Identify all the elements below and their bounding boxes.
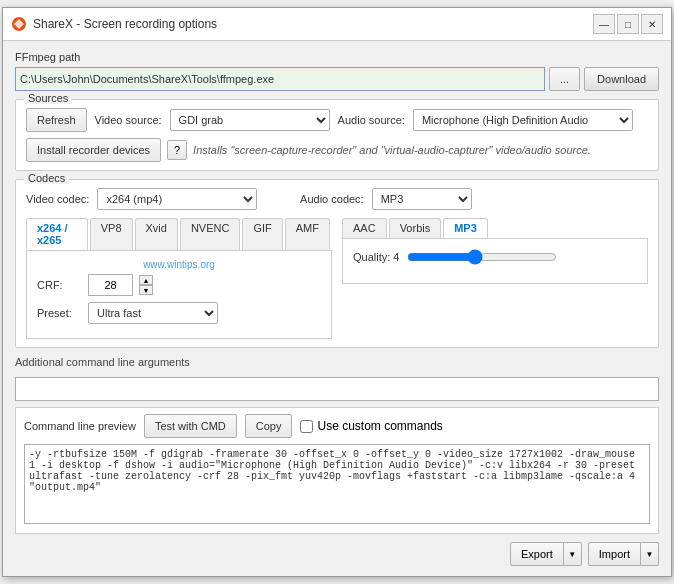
ffmpeg-path-input[interactable] <box>15 67 545 91</box>
preset-row: Preset: Ultra fast Super fast Very fast … <box>37 302 321 324</box>
import-button[interactable]: Import <box>588 542 641 566</box>
test-cmd-button[interactable]: Test with CMD <box>144 414 237 438</box>
install-info-text: Installs "screen-capture-recorder" and "… <box>193 144 591 156</box>
info-button[interactable]: ? <box>167 140 187 160</box>
ffmpeg-row: ... Download <box>15 67 659 91</box>
tab-x264[interactable]: x264 / x265 <box>26 218 88 250</box>
tab-amf[interactable]: AMF <box>285 218 330 250</box>
export-dropdown-button[interactable]: ▼ <box>564 542 582 566</box>
footer-row: Export ▼ Import ▼ <box>15 542 659 566</box>
close-button[interactable]: ✕ <box>641 14 663 34</box>
copy-button[interactable]: Copy <box>245 414 293 438</box>
content-area: FFmpeg path ... Download Sources Refresh… <box>3 41 671 576</box>
install-recorder-button[interactable]: Install recorder devices <box>26 138 161 162</box>
video-tabs-section: x264 / x265 VP8 Xvid NVENC GIF AMF www.w… <box>26 218 332 339</box>
preview-label: Command line preview <box>24 420 136 432</box>
titlebar: ShareX - Screen recording options — □ ✕ <box>3 8 671 41</box>
video-codec-select[interactable]: x264 (mp4) x265 (mp4) VP8 (webm) GIF <box>97 188 257 210</box>
audio-tabs-row: AAC Vorbis MP3 <box>342 218 648 239</box>
additional-section: Additional command line arguments <box>15 356 659 401</box>
codec-tabs-container: x264 / x265 VP8 Xvid NVENC GIF AMF www.w… <box>26 218 648 339</box>
ffmpeg-label: FFmpeg path <box>15 51 659 63</box>
window-controls: — □ ✕ <box>593 14 663 34</box>
watermark-text: www.wintips.org <box>37 259 321 270</box>
minimize-button[interactable]: — <box>593 14 615 34</box>
refresh-button[interactable]: Refresh <box>26 108 87 132</box>
video-tabs-row: x264 / x265 VP8 Xvid NVENC GIF AMF <box>26 218 332 251</box>
video-codec-label: Video codec: <box>26 193 89 205</box>
custom-commands-checkbox[interactable] <box>300 420 313 433</box>
tab-xvid[interactable]: Xvid <box>135 218 178 250</box>
preview-header: Command line preview Test with CMD Copy … <box>24 414 650 438</box>
codecs-group-title: Codecs <box>24 172 69 184</box>
window-title: ShareX - Screen recording options <box>33 17 593 31</box>
sources-group: Sources Refresh Video source: GDI grab D… <box>15 99 659 171</box>
video-source-select[interactable]: GDI grab Desktop Screen <box>170 109 330 131</box>
codecs-selects-row: Video codec: x264 (mp4) x265 (mp4) VP8 (… <box>26 188 648 210</box>
main-window: ShareX - Screen recording options — □ ✕ … <box>2 7 672 577</box>
audio-codec-select[interactable]: MP3 AAC Vorbis <box>372 188 472 210</box>
crf-up-button[interactable]: ▲ <box>139 275 153 285</box>
custom-commands-label: Use custom commands <box>317 419 442 433</box>
crf-input[interactable] <box>88 274 133 296</box>
audio-source-select[interactable]: Microphone (High Definition Audio None <box>413 109 633 131</box>
tab-vorbis[interactable]: Vorbis <box>389 218 442 238</box>
tab-vp8[interactable]: VP8 <box>90 218 133 250</box>
additional-input[interactable] <box>15 377 659 401</box>
sources-group-title: Sources <box>24 92 72 104</box>
crf-spinner: ▲ ▼ <box>139 275 153 295</box>
tab-mp3[interactable]: MP3 <box>443 218 488 238</box>
quality-label: Quality: 4 <box>353 251 399 263</box>
export-button[interactable]: Export <box>510 542 564 566</box>
video-source-label: Video source: <box>95 114 162 126</box>
audio-codec-label: Audio codec: <box>300 193 364 205</box>
additional-label: Additional command line arguments <box>15 356 659 368</box>
browse-button[interactable]: ... <box>549 67 580 91</box>
install-row: Install recorder devices ? Installs "scr… <box>26 138 648 162</box>
crf-row: CRF: ▲ ▼ <box>37 274 321 296</box>
tab-aac[interactable]: AAC <box>342 218 387 238</box>
audio-tabs-section: AAC Vorbis MP3 Quality: 4 <box>342 218 648 339</box>
quality-row: Quality: 4 <box>353 247 637 267</box>
crf-label: CRF: <box>37 279 82 291</box>
tab-gif[interactable]: GIF <box>242 218 282 250</box>
export-split-button: Export ▼ <box>510 542 582 566</box>
preview-textarea[interactable]: -y -rtbufsize 150M -f gdigrab -framerate… <box>24 444 650 524</box>
custom-commands-wrap: Use custom commands <box>300 419 442 433</box>
maximize-button[interactable]: □ <box>617 14 639 34</box>
quality-slider[interactable] <box>407 249 557 265</box>
import-split-button: Import ▼ <box>588 542 659 566</box>
audio-tab-content: Quality: 4 <box>342 239 648 284</box>
preset-label: Preset: <box>37 307 82 319</box>
sources-main-row: Refresh Video source: GDI grab Desktop S… <box>26 108 648 132</box>
download-button[interactable]: Download <box>584 67 659 91</box>
crf-down-button[interactable]: ▼ <box>139 285 153 295</box>
preview-section: Command line preview Test with CMD Copy … <box>15 407 659 534</box>
quality-slider-container <box>407 247 557 267</box>
tab-nvenc[interactable]: NVENC <box>180 218 241 250</box>
audio-source-label: Audio source: <box>338 114 405 126</box>
codecs-group: Codecs Video codec: x264 (mp4) x265 (mp4… <box>15 179 659 348</box>
app-icon <box>11 16 27 32</box>
import-dropdown-button[interactable]: ▼ <box>641 542 659 566</box>
video-tab-content: www.wintips.org CRF: ▲ ▼ Preset: <box>26 251 332 339</box>
preset-select[interactable]: Ultra fast Super fast Very fast Faster F… <box>88 302 218 324</box>
